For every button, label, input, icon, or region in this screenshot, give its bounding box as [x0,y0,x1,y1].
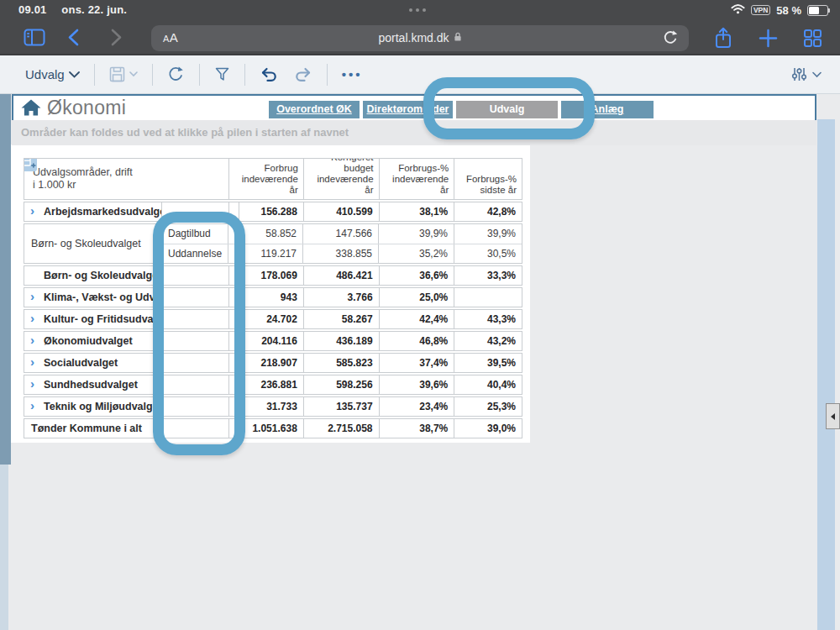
expand-chevron-icon[interactable]: › [30,311,34,325]
ipad-screen: { "status_bar": { "time": "09.01", "date… [0,0,840,630]
expand-chevron-icon[interactable]: › [30,354,34,369]
value-cell: 585.823 [304,354,380,372]
table-body: ›Arbejdsmarkedsudvalget156.288410.59938,… [24,202,522,438]
row-label-text: Socialudvalget [44,357,118,369]
more-button[interactable]: ••• [342,67,363,81]
highlight-annotation-udvalg-tab [423,77,595,139]
expand-chevron-icon[interactable]: › [30,376,34,391]
value-cell: 119.217 [239,244,303,264]
value-cell: 35,2% [379,244,454,264]
row-label: ›Økonomiudvalget [24,332,162,350]
table-row: ›Arbejdsmarkedsudvalget156.288410.59938,… [24,202,522,222]
value-cell: 236.881 [239,375,304,394]
page-header: Økonomi Overordnet ØKDirektørområderUdva… [12,94,816,122]
value-cell: 1.051.638 [239,419,304,438]
expand-chevron-icon[interactable]: › [30,333,34,347]
column-header: Korrigeret budget indeværende år [304,159,380,199]
table-row: ›Økonomiudvalget204.116436.18946,8%43,2% [24,331,522,351]
row-label: ›Socialudvalget [24,354,162,372]
status-bar: 09.01 ons. 22. jun. VPN 58 % [0,0,840,22]
value-cell: 486.421 [304,266,380,285]
url-text: portal.kmd.dk [378,31,449,45]
right-panel-strip [817,119,835,630]
value-cell: 24.702 [239,310,304,328]
expand-chevron-icon[interactable]: › [30,203,34,218]
vpn-badge: VPN [751,5,770,16]
value-cell: 410.599 [304,202,380,221]
expand-all-icon[interactable] [24,159,37,171]
display-settings-dropdown[interactable] [791,66,822,82]
row-label-text: Børn- og Skoleudvalget [44,270,161,281]
multitasking-dots-icon [409,8,426,12]
value-cell: 598.256 [304,375,380,394]
value-cell: 178.069 [239,266,304,285]
reload-button[interactable] [662,29,679,50]
expand-chevron-icon[interactable]: › [30,398,34,412]
table-row: ›Kultur- og Fritidsudvalget24.70258.2674… [24,309,522,329]
value-cell: 204.116 [239,332,304,350]
value-cell: 39,6% [380,375,455,394]
battery-icon [807,5,828,16]
redo-button[interactable] [293,67,312,81]
value-cell: 25,3% [454,397,522,416]
value-cell: 338.855 [303,244,379,264]
table-corner-header: Udvalgsområder, drift i 1.000 kr [24,159,229,199]
home-icon[interactable] [20,98,42,120]
collapse-panel-button[interactable] [826,403,840,429]
table-row: ›Teknik og Miljøudvalget31.733135.73723,… [24,396,522,417]
row-label: ›Teknik og Miljøudvalget [24,397,162,416]
value-cell: 37,4% [380,354,455,372]
view-selector-dropdown[interactable]: Udvalg [25,67,80,81]
row-label: Børn- og Skoleudvalget [24,266,162,285]
expand-chevron-icon[interactable]: › [30,289,34,303]
sliders-icon [791,66,807,82]
row-label-text: Økonomiudvalget [44,335,133,347]
app-toolbar: Udvalg ••• [0,55,840,94]
value-cell: 39,5% [454,354,522,372]
value-cell [454,288,522,307]
value-cell: 2.715.058 [304,419,380,438]
battery-percent: 58 % [776,4,801,17]
sidebar-icon[interactable] [24,29,45,50]
share-icon[interactable] [713,27,733,53]
table-row: ›Klima-, Vækst- og Udviklingsudvalget943… [24,287,522,307]
row-label: ›Kultur- og Fritidsudvalget [24,310,162,328]
left-triangle-icon [831,413,835,420]
save-button[interactable] [109,66,138,82]
tabs-overview-icon[interactable] [803,29,822,51]
value-cell: 58.267 [304,310,380,328]
undo-button[interactable] [260,67,279,81]
value-cell: 3.766 [304,288,380,307]
value-cell: 147.566 [303,224,379,244]
hint-text: Områder kan foldes ud ved at klikke på p… [12,120,816,145]
value-cell: 943 [239,288,304,307]
row-label-text: Arbejdsmarkedsudvalget [44,206,162,218]
date: ons. 22. jun. [61,3,127,16]
tab-overordnet-øk[interactable]: Overordnet ØK [269,101,360,118]
left-border-strip [0,94,11,465]
corner-header-line2: i 1.000 kr [33,179,228,192]
new-tab-icon[interactable] [759,29,778,51]
value-cell: 43,2% [454,332,522,350]
table-header-row: Udvalgsområder, drift i 1.000 kr Forbrug… [24,158,522,200]
row-label: ›Arbejdsmarkedsudvalget [24,202,162,221]
forward-button[interactable] [111,29,123,50]
refresh-button[interactable] [167,66,185,83]
address-bar[interactable]: AA portal.kmd.dk [151,25,689,51]
filter-icon[interactable] [214,66,230,82]
web-content: Økonomi Overordnet ØKDirektørområderUdva… [0,94,840,630]
value-cell: 38,7% [380,419,455,438]
value-cell: 38,1% [380,202,455,221]
row-label-text: Kultur- og Fritidsudvalget [44,313,162,325]
table-row: Tønder Kommune i alt1.051.6382.715.05838… [24,418,522,438]
back-button[interactable] [67,29,79,50]
row-label: Tønder Kommune i alt [24,419,162,438]
view-selector-label: Udvalg [25,67,65,81]
lock-icon [454,31,462,45]
value-cell: 42,4% [380,310,455,328]
value-cell: 39,9% [379,224,454,244]
row-label: Børn- og Skoleudvalget [24,224,161,263]
left-border-strip-lower [0,465,8,630]
value-cell: 42,8% [454,202,522,221]
browser-nav-bar: AA portal.kmd.dk [0,22,840,55]
